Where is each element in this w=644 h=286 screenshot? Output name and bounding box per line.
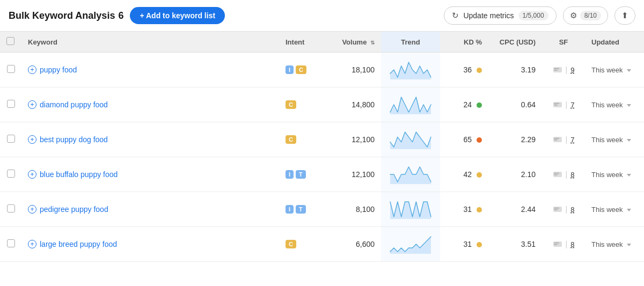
cpc-value: 0.64 [521,100,536,109]
keyword-cell: + large breed puppy food [21,227,279,262]
kd-dot [477,102,482,108]
keyword-link[interactable]: + best puppy dog food [28,135,273,144]
kd-value: 24 [464,100,472,109]
svg-rect-11 [554,140,558,141]
col-header-keyword: Keyword [21,32,279,53]
sparkline [387,130,434,149]
chevron-down-icon [627,139,631,142]
row-checkbox[interactable] [7,239,15,247]
volume-cell: 12,100 [327,157,381,192]
volume-value: 18,100 [352,65,375,74]
sparkline [387,165,434,184]
svg-rect-7 [554,105,558,106]
intent-badge: I [286,170,294,179]
cpc-value: 3.19 [521,65,536,74]
row-check-cell [0,227,21,262]
svg-rect-3 [554,70,558,71]
kd-value: 65 [464,135,472,144]
volume-cell: 14,800 [327,87,381,122]
add-keyword-icon[interactable]: + [28,205,36,214]
svg-rect-10 [554,138,559,139]
trend-cell [381,53,440,87]
row-checkbox[interactable] [7,170,15,178]
col-volume-label: Volume [342,38,367,46]
col-updated-label: Updated [591,38,619,46]
sf-content: | 8 [548,240,579,248]
kd-dot [477,137,482,143]
select-all-checkbox[interactable] [6,37,14,45]
keyword-link[interactable]: + puppy food [28,65,273,74]
row-checkbox[interactable] [7,100,15,108]
svg-rect-19 [554,209,558,210]
export-button[interactable]: ⬆ [614,6,635,25]
intent-badges: C [286,100,321,109]
chevron-down-icon [627,244,631,246]
trend-cell [381,227,440,262]
svg-rect-14 [554,173,559,174]
sparkline [387,60,434,79]
chevron-down-icon [627,174,631,177]
updated-cell: This week [585,192,644,227]
sf-number[interactable]: 8 [570,171,574,179]
svg-marker-12 [390,167,431,184]
chevron-down-icon [627,209,631,211]
svg-marker-4 [390,97,431,114]
updated-cell: This week [585,87,644,122]
row-checkbox[interactable] [7,135,15,143]
row-check-cell [0,192,21,227]
add-keyword-icon[interactable]: + [28,240,36,248]
keyword-link[interactable]: + diamond puppy food [28,100,273,109]
add-keyword-icon[interactable]: + [28,170,36,179]
sf-content: | 7 [548,100,579,109]
col-header-cpc: CPC (USD) [488,32,542,53]
svg-rect-15 [554,174,558,175]
intent-badge: C [286,135,296,144]
upload-icon: ⬆ [621,11,628,20]
volume-value: 8,100 [356,205,375,214]
update-metrics-button[interactable]: ↻ Update metrics 1/5,000 [444,6,556,25]
row-checkbox[interactable] [7,65,15,73]
sf-number[interactable]: 8 [570,206,574,214]
table-row: + puppy food IC18,100 36 3.19 | 9 This w… [0,53,644,87]
settings-button[interactable]: ⚙ 8/10 [563,6,608,25]
keyword-text: large breed puppy food [40,240,117,248]
intent-cell: C [279,227,327,262]
intent-badge: I [286,65,294,74]
col-cpc-label: CPC (USD) [500,38,536,46]
keyword-cell: + puppy food [21,53,279,87]
kd-cell: 24 [440,87,488,122]
sf-content: | 9 [548,65,579,74]
keyword-cell: + best puppy dog food [21,122,279,157]
sf-cell: | 7 [542,87,585,122]
add-keyword-icon[interactable]: + [28,135,36,144]
sf-icon [553,101,562,108]
sf-number[interactable]: 7 [570,101,574,109]
col-intent-label: Intent [286,38,304,46]
sf-number[interactable]: 9 [570,66,574,74]
cpc-value: 3.51 [521,240,536,248]
add-keyword-icon[interactable]: + [28,100,36,109]
refresh-icon: ↻ [452,11,459,20]
sf-icon [553,136,562,143]
updated-value: This week [591,171,623,179]
settings-quota-badge: 8/10 [580,11,601,20]
kd-value: 31 [464,205,472,214]
row-checkbox[interactable] [7,204,15,212]
sf-divider: | [566,205,568,214]
sf-number[interactable]: 7 [570,136,574,144]
sf-number[interactable]: 8 [570,240,574,248]
add-keyword-icon[interactable]: + [28,65,36,74]
col-header-updated: Updated [585,32,644,53]
keyword-table-wrap: Keyword Intent Volume ⇅ Trend KD % [0,32,644,286]
keyword-link[interactable]: + large breed puppy food [28,240,273,248]
sf-icon [553,240,562,248]
kd-value: 42 [464,170,472,179]
keyword-link[interactable]: + blue buffalo puppy food [28,170,273,179]
add-to-keyword-list-button[interactable]: + Add to keyword list [130,7,225,24]
sf-divider: | [566,135,568,144]
sf-content: | 8 [548,170,579,179]
keyword-link[interactable]: + pedigree puppy food [28,205,273,214]
updated-cell: This week [585,157,644,192]
col-header-volume[interactable]: Volume ⇅ [327,32,381,53]
title-text: Bulk Keyword Analysis [9,10,115,21]
